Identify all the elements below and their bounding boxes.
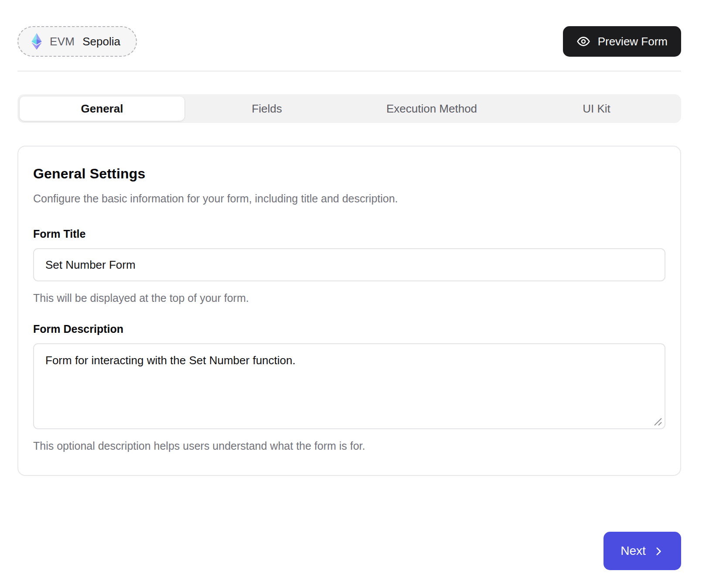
tab-general[interactable]: General (20, 96, 184, 121)
form-description-wrap: Form for interacting with the Set Number… (33, 343, 665, 429)
tab-execution-method[interactable]: Execution Method (349, 96, 514, 121)
card-title: General Settings (33, 166, 665, 182)
tab-ui-kit[interactable]: UI Kit (514, 96, 679, 121)
tab-fields[interactable]: Fields (184, 96, 349, 121)
form-title-label: Form Title (33, 228, 665, 240)
network-name-label: Sepolia (82, 35, 120, 48)
page: EVM Sepolia Preview Form General Fields … (17, 0, 681, 570)
network-platform-label: EVM (50, 35, 75, 48)
next-button[interactable]: Next (603, 532, 681, 570)
footer: Next (17, 532, 681, 570)
card-subtitle: Configure the basic information for your… (33, 192, 665, 205)
form-description-helper: This optional description helps users un… (33, 440, 665, 452)
header: EVM Sepolia Preview Form (17, 26, 681, 57)
form-description-textarea[interactable]: Form for interacting with the Set Number… (33, 343, 665, 429)
header-divider (17, 71, 681, 72)
preview-form-button[interactable]: Preview Form (563, 26, 681, 57)
network-badge[interactable]: EVM Sepolia (17, 26, 137, 57)
resize-handle-icon[interactable] (653, 417, 662, 426)
tab-bar: General Fields Execution Method UI Kit (17, 94, 681, 123)
preview-form-label: Preview Form (598, 35, 668, 48)
next-button-label: Next (621, 544, 646, 558)
chevron-right-icon (653, 546, 664, 557)
form-title-helper: This will be displayed at the top of you… (33, 292, 665, 304)
eye-icon (576, 34, 590, 48)
general-settings-card: General Settings Configure the basic inf… (17, 146, 681, 476)
ethereum-icon (31, 33, 42, 50)
form-title-input[interactable] (33, 248, 665, 281)
form-description-label: Form Description (33, 323, 665, 335)
